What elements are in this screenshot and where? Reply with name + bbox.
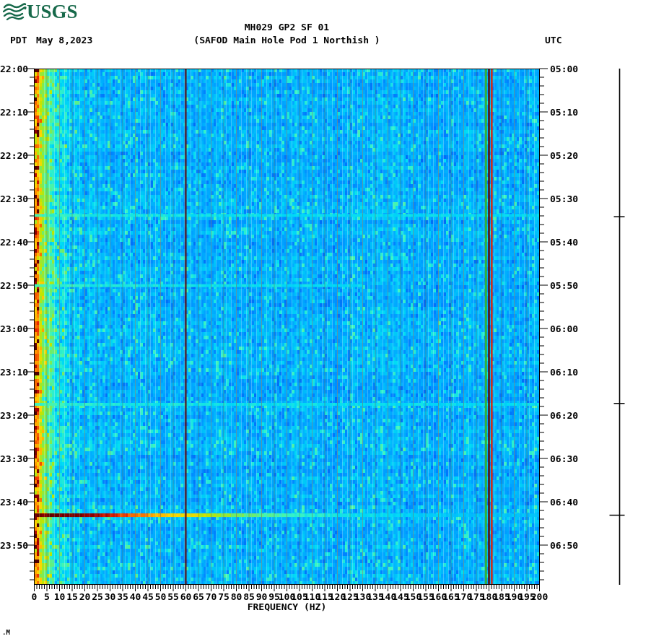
right-time-tick-label: 06:00 <box>550 323 578 334</box>
frequency-axis-title: FREQUENCY (HZ) <box>0 601 574 612</box>
right-time-tick-label: 05:40 <box>550 237 578 248</box>
usgs-wave-icon: USGS <box>3 1 78 21</box>
frequency-tick-label: 35 <box>117 591 128 602</box>
frequency-tick-label: 200 <box>531 591 548 602</box>
frequency-tick-label: 60 <box>180 591 192 602</box>
frequency-tick-label: 80 <box>231 591 243 602</box>
left-time-tick-label: 23:20 <box>0 410 28 421</box>
left-time-tick-label: 23:40 <box>0 497 28 508</box>
frequency-tick-label: 65 <box>193 591 204 602</box>
right-time-tick-label: 05:00 <box>550 64 578 74</box>
frequency-tick-label: 75 <box>218 591 230 602</box>
usgs-logo: USGS <box>3 1 78 24</box>
right-time-tick-label: 05:50 <box>550 280 578 291</box>
right-time-tick-label: 06:50 <box>550 540 578 551</box>
left-time-tick-label: 23:30 <box>0 453 28 464</box>
spectrogram-page: USGS MH029 GP2 SF 01 (SAFOD Main Hole Po… <box>0 0 651 644</box>
frequency-tick-label: 90 <box>256 591 268 602</box>
frequency-tick-label: 15 <box>66 591 78 602</box>
frequency-tick-label: 20 <box>79 591 91 602</box>
left-time-tick-label: 22:40 <box>0 237 28 248</box>
left-time-tick-label: 22:20 <box>0 150 28 161</box>
frequency-tick-label: 50 <box>155 591 167 602</box>
left-time-tick-label: 23:00 <box>0 323 28 334</box>
left-time-tick-label: 23:50 <box>0 540 28 551</box>
left-time-tick-label: 22:10 <box>0 107 28 118</box>
left-time-tick-label: 23:10 <box>0 367 28 378</box>
right-time-tick-label: 06:40 <box>550 497 578 508</box>
right-time-tick-label: 06:20 <box>550 410 578 421</box>
right-time-tick-label: 05:30 <box>550 193 578 204</box>
frequency-tick-label: 40 <box>130 591 141 602</box>
left-time-tick-label: 22:50 <box>0 280 28 291</box>
corner-watermark: .M <box>2 629 10 636</box>
frequency-tick-label: 85 <box>243 591 255 602</box>
right-time-tick-label: 06:10 <box>550 367 578 378</box>
frequency-tick-label: 45 <box>142 591 154 602</box>
date-label: May 8,2023 <box>36 35 92 45</box>
frequency-tick-label: 10 <box>54 591 66 602</box>
frequency-tick-label: 25 <box>92 591 103 602</box>
left-time-tick-label: 22:30 <box>0 193 28 204</box>
usgs-logo-text: USGS <box>27 1 78 21</box>
right-time-tick-label: 05:10 <box>550 107 578 118</box>
frequency-tick-label: 55 <box>167 591 179 602</box>
right-time-tick-label: 06:30 <box>550 453 578 464</box>
plot-title: MH029 GP2 SF 01 <box>0 22 574 32</box>
left-timezone-label: PDT <box>10 35 27 45</box>
left-time-tick-label: 22:00 <box>0 64 28 74</box>
frequency-tick-label: 5 <box>44 591 50 602</box>
right-timezone-label: UTC <box>545 35 562 45</box>
right-time-tick-label: 05:20 <box>550 150 578 161</box>
frequency-tick-label: 0 <box>32 591 38 602</box>
frequency-tick-label: 30 <box>105 591 116 602</box>
frequency-tick-label: 70 <box>206 591 217 602</box>
